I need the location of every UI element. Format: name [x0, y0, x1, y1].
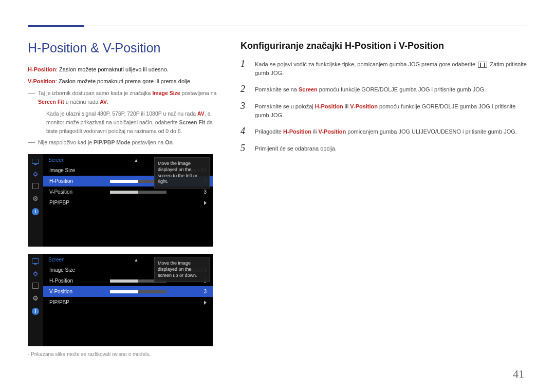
osd-title: Screen: [48, 157, 65, 163]
top-rule: [28, 26, 527, 26]
square-icon: [32, 183, 39, 189]
osd-tooltip: Move the image displayed on the screen t…: [154, 157, 210, 189]
osd-row-pip: PIP/PBP: [43, 297, 213, 308]
menu-icon: [478, 62, 487, 68]
monitor-icon: [31, 257, 40, 265]
left-column: H-Position & V-Position H-Position: Zasl…: [28, 41, 223, 357]
osd-screenshot-hposition: ⚙ i Screen▲ Image SizeScreen Fit H-Posit…: [28, 154, 213, 247]
slider: [110, 191, 166, 194]
note-pip-pbp: ― Nije raspoloživo kad je PIP/PBP Mode p…: [28, 138, 223, 147]
dpad-icon: [32, 270, 39, 277]
right-column: Konfiguriranje značajki H-Position i V-P…: [240, 41, 527, 357]
note-sub: Kada je ulazni signal 480P, 576P, 720P i…: [46, 109, 223, 135]
step-1: 1 Kada se pojavi vodič za funkcijske tip…: [240, 59, 527, 78]
monitor-icon: [31, 157, 40, 165]
osd-screenshot-vposition: ⚙ i Screen▲ Image SizeScreen Fit H-Posit…: [28, 254, 213, 346]
square-icon: [32, 283, 39, 289]
step-2: 2 Pomaknite se na Screen pomoću funkcije…: [240, 84, 527, 95]
step-3: 3 Pomaknite se u položaj H-Position ili …: [240, 101, 527, 120]
step-4: 4 Prilagodite H-Position ili V-Position …: [240, 126, 527, 137]
gear-icon: ⚙: [31, 194, 40, 202]
info-icon: i: [31, 208, 40, 216]
info-icon: i: [31, 307, 40, 315]
up-arrow-icon: ▲: [134, 257, 138, 263]
slider: [110, 290, 166, 293]
up-arrow-icon: ▲: [134, 158, 138, 163]
page-title: H-Position & V-Position: [28, 41, 223, 55]
osd-title: Screen: [48, 257, 65, 263]
def-vposition: V-Position: Zaslon možete pomaknuti prem…: [28, 77, 223, 86]
step-5: 5 Primijenit će se odabrana opcija.: [240, 143, 527, 154]
gear-icon: ⚙: [31, 294, 40, 302]
chevron-right-icon: [204, 301, 207, 305]
section-title: Konfiguriranje značajki H-Position i V-P…: [240, 41, 527, 51]
dpad-icon: [32, 171, 39, 178]
accent-bar: [28, 25, 84, 27]
note-image-size: ― Taj je izbornik dostupan samo kada je …: [28, 89, 223, 135]
osd-row-vposition: V-Position3: [43, 286, 213, 297]
def-hposition: H-Position: Zaslon možete pomaknuti ulij…: [28, 65, 223, 74]
osd-tooltip: Move the image displayed on the screen u…: [154, 257, 210, 282]
chevron-right-icon: [204, 201, 207, 205]
osd-row-pip: PIP/PBP: [43, 197, 213, 208]
page-number: 41: [513, 367, 524, 381]
image-caption: - Prikazana slika može se razlikovati ov…: [28, 351, 223, 357]
